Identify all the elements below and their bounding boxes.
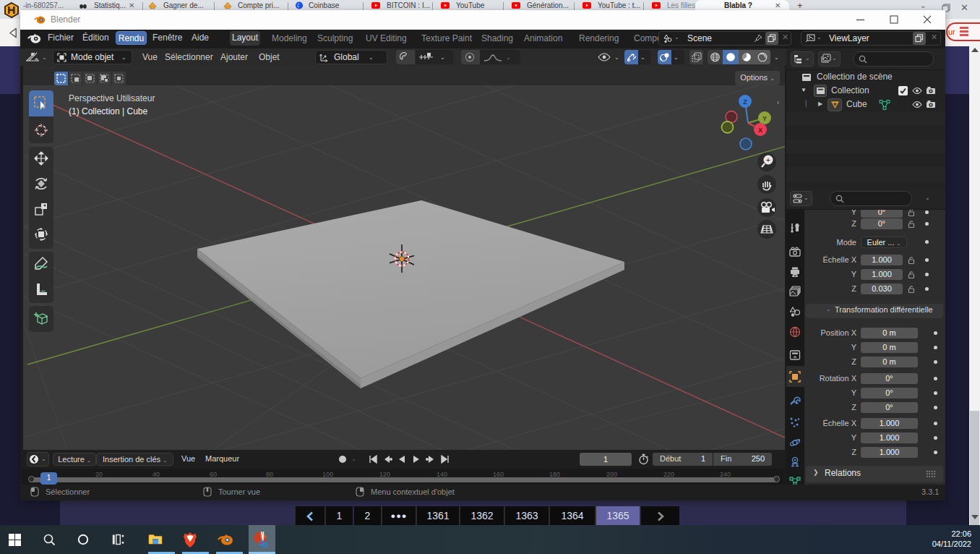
svg-text:Y: Y [762, 115, 767, 122]
svg-text:Perspective Utilisateur: Perspective Utilisateur [69, 93, 155, 103]
svg-text:Z: Z [743, 98, 747, 106]
svg-text:+: + [766, 156, 770, 164]
svg-text:‹: ‹ [777, 98, 779, 106]
svg-text:X: X [758, 127, 762, 134]
svg-text:(1) Collection | Cube: (1) Collection | Cube [69, 106, 147, 116]
